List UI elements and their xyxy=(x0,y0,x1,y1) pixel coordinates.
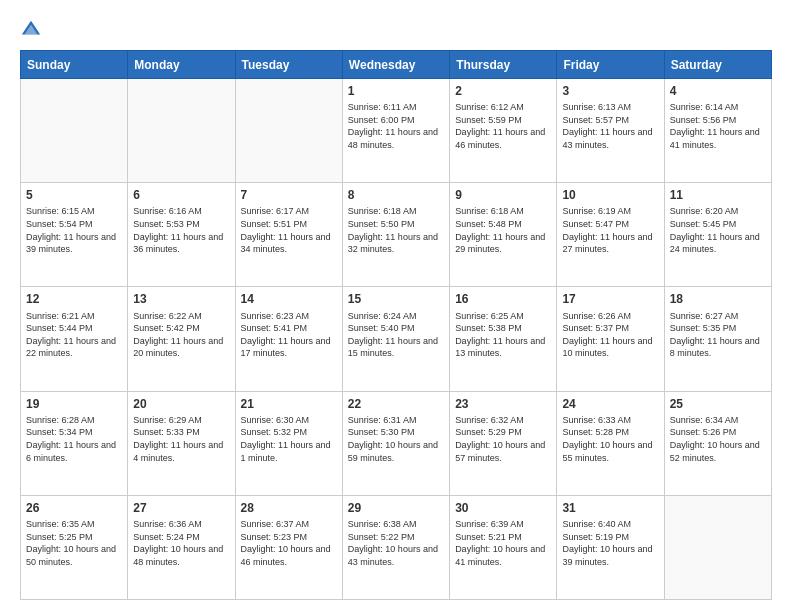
day-info: Sunrise: 6:14 AM Sunset: 5:56 PM Dayligh… xyxy=(670,101,766,151)
day-info: Sunrise: 6:18 AM Sunset: 5:50 PM Dayligh… xyxy=(348,205,444,255)
day-info: Sunrise: 6:15 AM Sunset: 5:54 PM Dayligh… xyxy=(26,205,122,255)
day-cell: 1Sunrise: 6:11 AM Sunset: 6:00 PM Daylig… xyxy=(342,79,449,183)
col-header-monday: Monday xyxy=(128,51,235,79)
day-info: Sunrise: 6:32 AM Sunset: 5:29 PM Dayligh… xyxy=(455,414,551,464)
day-info: Sunrise: 6:11 AM Sunset: 6:00 PM Dayligh… xyxy=(348,101,444,151)
day-info: Sunrise: 6:25 AM Sunset: 5:38 PM Dayligh… xyxy=(455,310,551,360)
day-cell: 17Sunrise: 6:26 AM Sunset: 5:37 PM Dayli… xyxy=(557,287,664,391)
day-cell: 20Sunrise: 6:29 AM Sunset: 5:33 PM Dayli… xyxy=(128,391,235,495)
day-number: 7 xyxy=(241,187,337,203)
day-info: Sunrise: 6:40 AM Sunset: 5:19 PM Dayligh… xyxy=(562,518,658,568)
week-row-3: 12Sunrise: 6:21 AM Sunset: 5:44 PM Dayli… xyxy=(21,287,772,391)
header xyxy=(20,18,772,40)
week-row-1: 1Sunrise: 6:11 AM Sunset: 6:00 PM Daylig… xyxy=(21,79,772,183)
day-cell: 10Sunrise: 6:19 AM Sunset: 5:47 PM Dayli… xyxy=(557,183,664,287)
day-cell: 13Sunrise: 6:22 AM Sunset: 5:42 PM Dayli… xyxy=(128,287,235,391)
day-info: Sunrise: 6:39 AM Sunset: 5:21 PM Dayligh… xyxy=(455,518,551,568)
page: SundayMondayTuesdayWednesdayThursdayFrid… xyxy=(0,0,792,612)
day-number: 13 xyxy=(133,291,229,307)
day-info: Sunrise: 6:24 AM Sunset: 5:40 PM Dayligh… xyxy=(348,310,444,360)
day-cell xyxy=(128,79,235,183)
col-header-saturday: Saturday xyxy=(664,51,771,79)
day-cell: 30Sunrise: 6:39 AM Sunset: 5:21 PM Dayli… xyxy=(450,495,557,599)
day-cell: 9Sunrise: 6:18 AM Sunset: 5:48 PM Daylig… xyxy=(450,183,557,287)
day-cell: 29Sunrise: 6:38 AM Sunset: 5:22 PM Dayli… xyxy=(342,495,449,599)
day-number: 9 xyxy=(455,187,551,203)
day-number: 27 xyxy=(133,500,229,516)
day-cell xyxy=(21,79,128,183)
day-number: 18 xyxy=(670,291,766,307)
day-cell: 11Sunrise: 6:20 AM Sunset: 5:45 PM Dayli… xyxy=(664,183,771,287)
day-number: 5 xyxy=(26,187,122,203)
day-number: 11 xyxy=(670,187,766,203)
calendar-table: SundayMondayTuesdayWednesdayThursdayFrid… xyxy=(20,50,772,600)
day-info: Sunrise: 6:23 AM Sunset: 5:41 PM Dayligh… xyxy=(241,310,337,360)
day-cell: 5Sunrise: 6:15 AM Sunset: 5:54 PM Daylig… xyxy=(21,183,128,287)
day-info: Sunrise: 6:17 AM Sunset: 5:51 PM Dayligh… xyxy=(241,205,337,255)
week-row-5: 26Sunrise: 6:35 AM Sunset: 5:25 PM Dayli… xyxy=(21,495,772,599)
day-info: Sunrise: 6:29 AM Sunset: 5:33 PM Dayligh… xyxy=(133,414,229,464)
day-cell: 16Sunrise: 6:25 AM Sunset: 5:38 PM Dayli… xyxy=(450,287,557,391)
day-number: 4 xyxy=(670,83,766,99)
col-header-sunday: Sunday xyxy=(21,51,128,79)
day-cell: 19Sunrise: 6:28 AM Sunset: 5:34 PM Dayli… xyxy=(21,391,128,495)
day-number: 30 xyxy=(455,500,551,516)
day-number: 22 xyxy=(348,396,444,412)
day-number: 15 xyxy=(348,291,444,307)
day-cell: 25Sunrise: 6:34 AM Sunset: 5:26 PM Dayli… xyxy=(664,391,771,495)
day-number: 17 xyxy=(562,291,658,307)
day-cell: 21Sunrise: 6:30 AM Sunset: 5:32 PM Dayli… xyxy=(235,391,342,495)
day-cell: 12Sunrise: 6:21 AM Sunset: 5:44 PM Dayli… xyxy=(21,287,128,391)
day-cell: 31Sunrise: 6:40 AM Sunset: 5:19 PM Dayli… xyxy=(557,495,664,599)
day-cell: 7Sunrise: 6:17 AM Sunset: 5:51 PM Daylig… xyxy=(235,183,342,287)
day-number: 20 xyxy=(133,396,229,412)
day-info: Sunrise: 6:13 AM Sunset: 5:57 PM Dayligh… xyxy=(562,101,658,151)
day-cell: 28Sunrise: 6:37 AM Sunset: 5:23 PM Dayli… xyxy=(235,495,342,599)
day-info: Sunrise: 6:30 AM Sunset: 5:32 PM Dayligh… xyxy=(241,414,337,464)
day-info: Sunrise: 6:38 AM Sunset: 5:22 PM Dayligh… xyxy=(348,518,444,568)
day-info: Sunrise: 6:22 AM Sunset: 5:42 PM Dayligh… xyxy=(133,310,229,360)
week-row-4: 19Sunrise: 6:28 AM Sunset: 5:34 PM Dayli… xyxy=(21,391,772,495)
day-info: Sunrise: 6:31 AM Sunset: 5:30 PM Dayligh… xyxy=(348,414,444,464)
day-cell: 8Sunrise: 6:18 AM Sunset: 5:50 PM Daylig… xyxy=(342,183,449,287)
day-cell: 15Sunrise: 6:24 AM Sunset: 5:40 PM Dayli… xyxy=(342,287,449,391)
day-number: 24 xyxy=(562,396,658,412)
day-number: 21 xyxy=(241,396,337,412)
day-number: 26 xyxy=(26,500,122,516)
day-cell: 6Sunrise: 6:16 AM Sunset: 5:53 PM Daylig… xyxy=(128,183,235,287)
day-info: Sunrise: 6:19 AM Sunset: 5:47 PM Dayligh… xyxy=(562,205,658,255)
day-info: Sunrise: 6:35 AM Sunset: 5:25 PM Dayligh… xyxy=(26,518,122,568)
day-cell: 27Sunrise: 6:36 AM Sunset: 5:24 PM Dayli… xyxy=(128,495,235,599)
week-row-2: 5Sunrise: 6:15 AM Sunset: 5:54 PM Daylig… xyxy=(21,183,772,287)
day-info: Sunrise: 6:12 AM Sunset: 5:59 PM Dayligh… xyxy=(455,101,551,151)
col-header-tuesday: Tuesday xyxy=(235,51,342,79)
day-info: Sunrise: 6:16 AM Sunset: 5:53 PM Dayligh… xyxy=(133,205,229,255)
day-number: 16 xyxy=(455,291,551,307)
day-cell: 14Sunrise: 6:23 AM Sunset: 5:41 PM Dayli… xyxy=(235,287,342,391)
day-number: 14 xyxy=(241,291,337,307)
day-info: Sunrise: 6:28 AM Sunset: 5:34 PM Dayligh… xyxy=(26,414,122,464)
day-cell: 2Sunrise: 6:12 AM Sunset: 5:59 PM Daylig… xyxy=(450,79,557,183)
day-info: Sunrise: 6:34 AM Sunset: 5:26 PM Dayligh… xyxy=(670,414,766,464)
day-number: 6 xyxy=(133,187,229,203)
day-cell: 26Sunrise: 6:35 AM Sunset: 5:25 PM Dayli… xyxy=(21,495,128,599)
day-number: 12 xyxy=(26,291,122,307)
day-cell: 4Sunrise: 6:14 AM Sunset: 5:56 PM Daylig… xyxy=(664,79,771,183)
day-info: Sunrise: 6:20 AM Sunset: 5:45 PM Dayligh… xyxy=(670,205,766,255)
day-cell: 23Sunrise: 6:32 AM Sunset: 5:29 PM Dayli… xyxy=(450,391,557,495)
day-number: 8 xyxy=(348,187,444,203)
col-header-thursday: Thursday xyxy=(450,51,557,79)
day-info: Sunrise: 6:37 AM Sunset: 5:23 PM Dayligh… xyxy=(241,518,337,568)
day-cell xyxy=(235,79,342,183)
day-number: 25 xyxy=(670,396,766,412)
day-number: 1 xyxy=(348,83,444,99)
day-number: 3 xyxy=(562,83,658,99)
day-number: 2 xyxy=(455,83,551,99)
day-info: Sunrise: 6:21 AM Sunset: 5:44 PM Dayligh… xyxy=(26,310,122,360)
day-cell: 22Sunrise: 6:31 AM Sunset: 5:30 PM Dayli… xyxy=(342,391,449,495)
day-cell: 3Sunrise: 6:13 AM Sunset: 5:57 PM Daylig… xyxy=(557,79,664,183)
day-number: 19 xyxy=(26,396,122,412)
day-info: Sunrise: 6:36 AM Sunset: 5:24 PM Dayligh… xyxy=(133,518,229,568)
day-info: Sunrise: 6:18 AM Sunset: 5:48 PM Dayligh… xyxy=(455,205,551,255)
col-header-wednesday: Wednesday xyxy=(342,51,449,79)
